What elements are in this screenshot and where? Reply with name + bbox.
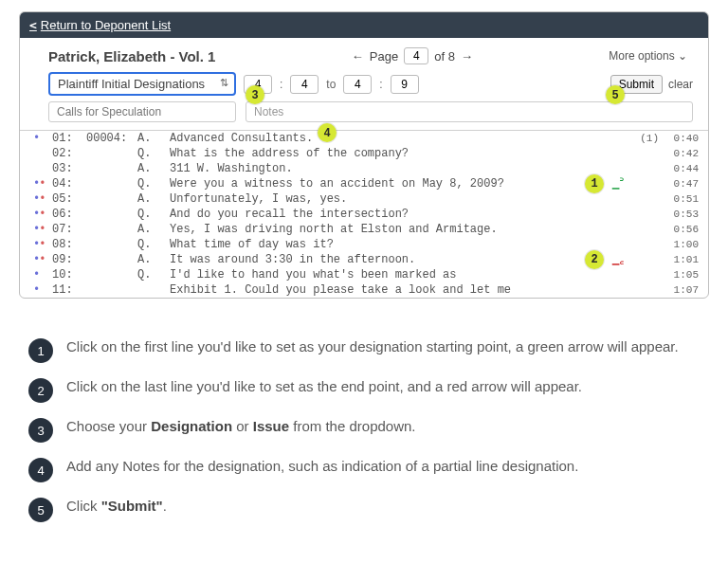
- pager: ← Page of 8 →: [352, 47, 473, 64]
- line-number: 02:: [52, 147, 86, 160]
- to-page-input[interactable]: [343, 75, 372, 94]
- speaker: Q.: [137, 268, 170, 282]
- designation-dots: •: [33, 268, 52, 282]
- timestamp: 1:01: [659, 254, 699, 265]
- timestamp: 0:40: [659, 133, 699, 144]
- to-label: to: [326, 78, 336, 91]
- page-total-label: of 8: [434, 49, 455, 64]
- clear-button[interactable]: clear: [668, 78, 693, 91]
- step-text: Add any Notes for the designation, such …: [66, 456, 578, 478]
- speaker: Q.: [137, 208, 170, 221]
- page-label: Page: [370, 49, 398, 64]
- transcript-row[interactable]: 02:Q.What is the address of the company?…: [20, 146, 708, 161]
- transcript-row[interactable]: ••09:A.It was around 3:30 in the afterno…: [20, 252, 708, 267]
- step: 2Click on the last line you'd like to se…: [28, 376, 700, 403]
- timestamp: 1:05: [659, 269, 699, 281]
- page-number: 00004:: [86, 132, 137, 145]
- line-text: Exhibit 1. Could you please take a look …: [170, 283, 592, 297]
- designation-dots: ••: [33, 192, 52, 206]
- timestamp: 0:53: [659, 209, 699, 220]
- step: 4Add any Notes for the designation, such…: [28, 456, 700, 482]
- speaker: Q.: [137, 147, 170, 160]
- timestamp: 0:47: [659, 178, 699, 190]
- line-number: 08:: [52, 238, 86, 251]
- designation-dots: ••: [33, 223, 52, 236]
- notes-field[interactable]: Notes: [246, 101, 693, 122]
- speaker: Q.: [137, 238, 170, 251]
- speaker: A.: [137, 253, 170, 266]
- back-link-label: Return to Deponent List: [41, 18, 171, 32]
- deposition-panel: < Return to Deponent List Patrick, Eliza…: [19, 11, 709, 299]
- line-text: It was around 3:30 in the afternoon.: [170, 253, 592, 266]
- step-number: 5: [28, 498, 53, 522]
- line-text: Yes, I was driving north at Elston and A…: [170, 223, 592, 236]
- top-bar: < Return to Deponent List: [20, 12, 708, 38]
- transcript-row[interactable]: ••08:Q.What time of day was it?1:00: [20, 237, 708, 252]
- transcript-row[interactable]: •11:Exhibit 1. Could you please take a l…: [20, 282, 708, 298]
- callout-2: 2: [585, 250, 604, 269]
- designation-dots: •: [33, 283, 52, 297]
- transcript-row[interactable]: ••06:Q.And do you recall the intersectio…: [20, 207, 708, 222]
- timestamp: 1:07: [659, 284, 699, 296]
- chevron-left-icon: <: [29, 18, 37, 32]
- more-options[interactable]: More options ⌄: [609, 49, 687, 63]
- step-number: 2: [28, 378, 53, 403]
- header-controls-wrap: Patrick, Elizabeth - Vol. 1 ← Page of 8 …: [20, 38, 708, 130]
- transcript-row[interactable]: ••05:A.Unfortunately, I was, yes.0:51: [20, 191, 708, 207]
- line-text: What is the address of the company?: [170, 147, 592, 160]
- line-number: 03:: [52, 162, 86, 175]
- secondary-controls: Calls for Speculation Notes: [20, 101, 708, 130]
- speaker: A.: [137, 132, 170, 145]
- designation-dots: ••: [33, 177, 52, 191]
- step: 1Click on the first line you'd like to s…: [28, 336, 700, 363]
- speaker: A.: [137, 223, 170, 236]
- designation-dots: ••: [33, 208, 52, 221]
- line-text: Advanced Consultants.: [170, 132, 592, 145]
- from-line-input[interactable]: [290, 75, 318, 94]
- page-prev-icon[interactable]: ←: [352, 49, 364, 64]
- step-text: Click on the first line you'd like to se…: [66, 336, 679, 358]
- line-text: What time of day was it?: [170, 238, 592, 251]
- step: 3Choose your Designation or Issue from t…: [28, 416, 700, 443]
- designation-controls: Plaintiff Initial Designations : to : Su…: [20, 70, 708, 101]
- transcript-row[interactable]: ••07:A.Yes, I was driving north at Elsto…: [20, 222, 708, 237]
- to-line-input[interactable]: [391, 75, 419, 94]
- line-number: 01:: [52, 132, 86, 145]
- callout-5: 5: [606, 85, 625, 104]
- speaker: Q.: [137, 177, 170, 191]
- back-link[interactable]: < Return to Deponent List: [29, 18, 171, 32]
- step-number: 1: [28, 338, 53, 363]
- designation-dropdown[interactable]: Plaintiff Initial Designations: [48, 72, 236, 96]
- designation-dots: ••: [33, 238, 52, 251]
- line-number: 06:: [52, 208, 86, 221]
- page-next-icon[interactable]: →: [461, 49, 473, 64]
- step-number: 4: [28, 458, 53, 482]
- step-text: Choose your Designation or Issue from th…: [66, 416, 416, 438]
- step-number: 3: [28, 418, 53, 443]
- step-text: Click on the last line you'd like to set…: [66, 376, 582, 398]
- timestamp: 0:51: [659, 193, 699, 205]
- speaker: A.: [137, 192, 170, 206]
- line-number: 10:: [52, 268, 86, 282]
- transcript: •01:00004:A.Advanced Consultants.(1)0:40…: [20, 130, 708, 298]
- timestamp: 0:56: [659, 224, 699, 235]
- callout-1: 1: [585, 174, 604, 193]
- callout-3: 3: [246, 85, 264, 104]
- deponent-title: Patrick, Elizabeth - Vol. 1: [48, 48, 215, 64]
- page-current-input[interactable]: [404, 47, 428, 64]
- header-row: Patrick, Elizabeth - Vol. 1 ← Page of 8 …: [20, 38, 708, 70]
- issue-field[interactable]: Calls for Speculation: [48, 101, 236, 122]
- transcript-row[interactable]: 03:A.311 W. Washington.0:44: [20, 161, 708, 176]
- transcript-row[interactable]: •01:00004:A.Advanced Consultants.(1)0:40: [20, 131, 708, 146]
- step-text: Click "Submit".: [66, 496, 167, 518]
- line-number: 04:: [52, 177, 86, 191]
- line-text: Unfortunately, I was, yes.: [170, 192, 592, 206]
- line-number: 07:: [52, 223, 86, 236]
- instruction-steps: 1Click on the first line you'd like to s…: [0, 316, 728, 554]
- step: 5Click "Submit".: [28, 496, 700, 522]
- transcript-row[interactable]: ••04:Q.Were you a witness to an accident…: [20, 176, 708, 191]
- dropdown-value: Plaintiff Initial Designations: [58, 77, 205, 91]
- line-text: Were you a witness to an accident on May…: [170, 177, 592, 191]
- transcript-row[interactable]: •10:Q.I'd like to hand you what's been m…: [20, 267, 708, 282]
- line-number: 05:: [52, 192, 86, 206]
